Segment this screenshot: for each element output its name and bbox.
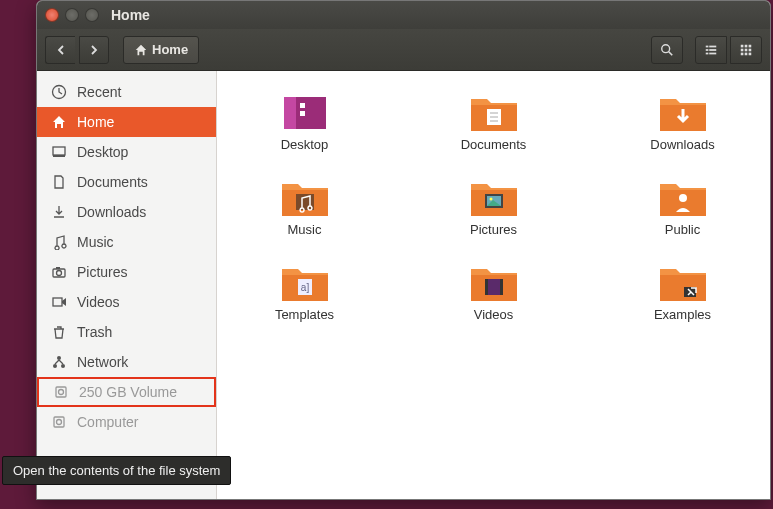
file-item-videos[interactable]: Videos: [414, 259, 573, 322]
svg-point-30: [57, 420, 62, 425]
sidebar-item-label: Pictures: [77, 264, 128, 280]
file-label: Videos: [474, 307, 514, 322]
sidebar-item-label: Trash: [77, 324, 112, 340]
music-icon: [51, 234, 67, 250]
search-button[interactable]: [651, 36, 683, 64]
svg-point-43: [679, 194, 687, 202]
file-item-examples[interactable]: Examples: [603, 259, 762, 322]
file-label: Documents: [461, 137, 527, 152]
list-icon: [704, 43, 718, 57]
folder-icon: [467, 259, 521, 303]
svg-rect-33: [300, 103, 305, 108]
svg-point-26: [61, 364, 65, 368]
sidebar-item-label: Documents: [77, 174, 148, 190]
view-list-button[interactable]: [695, 36, 727, 64]
sidebar-item-documents[interactable]: Documents: [37, 167, 216, 197]
close-button[interactable]: [45, 8, 59, 22]
file-manager-window: Home Home RecentHomeDesktopDocumentsDown…: [36, 0, 771, 500]
maximize-button[interactable]: [85, 8, 99, 22]
svg-rect-8: [741, 44, 744, 47]
svg-rect-4: [706, 49, 709, 51]
sidebar-item-label: Home: [77, 114, 114, 130]
home-icon: [51, 114, 67, 130]
file-item-downloads[interactable]: Downloads: [603, 89, 762, 152]
svg-rect-9: [745, 44, 748, 47]
svg-rect-11: [741, 48, 744, 51]
tooltip: Open the contents of the file system: [2, 456, 231, 485]
sidebar: RecentHomeDesktopDocumentsDownloadsMusic…: [37, 71, 217, 499]
back-button[interactable]: [45, 36, 75, 64]
svg-rect-47: [485, 279, 488, 295]
sidebar-item-videos[interactable]: Videos: [37, 287, 216, 317]
svg-rect-16: [749, 52, 752, 55]
svg-point-28: [59, 390, 64, 395]
svg-rect-48: [500, 279, 503, 295]
svg-rect-15: [745, 52, 748, 55]
minimize-button[interactable]: [65, 8, 79, 22]
window-title: Home: [111, 7, 150, 23]
sidebar-item-recent[interactable]: Recent: [37, 77, 216, 107]
file-item-documents[interactable]: Documents: [414, 89, 573, 152]
svg-rect-29: [54, 417, 64, 427]
svg-rect-2: [706, 45, 709, 47]
file-item-pictures[interactable]: Pictures: [414, 174, 573, 237]
sidebar-item-computer[interactable]: Computer: [37, 407, 216, 437]
file-label: Desktop: [281, 137, 329, 152]
sidebar-item-desktop[interactable]: Desktop: [37, 137, 216, 167]
svg-rect-6: [706, 52, 709, 54]
svg-rect-27: [56, 387, 66, 397]
svg-rect-12: [745, 48, 748, 51]
svg-point-21: [57, 271, 62, 276]
sidebar-item-home[interactable]: Home: [37, 107, 216, 137]
svg-text:a]: a]: [300, 282, 309, 293]
sidebar-item-label: Videos: [77, 294, 120, 310]
sidebar-item-music[interactable]: Music: [37, 227, 216, 257]
grid-icon: [739, 43, 753, 57]
view-grid-button[interactable]: [730, 36, 762, 64]
sidebar-item-pictures[interactable]: Pictures: [37, 257, 216, 287]
file-label: Pictures: [470, 222, 517, 237]
forward-button[interactable]: [79, 36, 109, 64]
folder-icon: [656, 174, 710, 218]
sidebar-item-label: Music: [77, 234, 114, 250]
chevron-right-icon: [89, 45, 99, 55]
file-item-templates[interactable]: a]Templates: [225, 259, 384, 322]
search-icon: [660, 43, 674, 57]
svg-rect-14: [741, 52, 744, 55]
svg-rect-32: [284, 97, 296, 129]
svg-rect-18: [53, 147, 65, 155]
sidebar-item-network[interactable]: Network: [37, 347, 216, 377]
download-icon: [51, 204, 67, 220]
file-label: Downloads: [650, 137, 714, 152]
file-item-desktop[interactable]: Desktop: [225, 89, 384, 152]
sidebar-item-label: Desktop: [77, 144, 128, 160]
sidebar-item-label: Downloads: [77, 204, 146, 220]
sidebar-item-label: Recent: [77, 84, 121, 100]
network-icon: [51, 354, 67, 370]
trash-icon: [51, 324, 67, 340]
sidebar-item-250-gb-volume[interactable]: 250 GB Volume: [37, 377, 216, 407]
svg-rect-3: [709, 45, 716, 47]
breadcrumb-home[interactable]: Home: [123, 36, 199, 64]
sidebar-item-trash[interactable]: Trash: [37, 317, 216, 347]
folder-icon: a]: [278, 259, 332, 303]
clock-icon: [51, 84, 67, 100]
file-item-music[interactable]: Music: [225, 174, 384, 237]
folder-icon: [656, 89, 710, 133]
sidebar-item-downloads[interactable]: Downloads: [37, 197, 216, 227]
breadcrumb-label: Home: [152, 42, 188, 57]
camera-icon: [51, 264, 67, 280]
chevron-left-icon: [56, 45, 66, 55]
svg-point-24: [57, 356, 61, 360]
disk-icon: [51, 414, 67, 430]
svg-point-25: [53, 364, 57, 368]
disk-icon: [53, 384, 69, 400]
svg-rect-5: [709, 49, 716, 51]
folder-icon: [467, 89, 521, 133]
svg-rect-10: [749, 44, 752, 47]
svg-rect-19: [53, 155, 65, 157]
file-label: Templates: [275, 307, 334, 322]
folder-icon: [467, 174, 521, 218]
video-icon: [51, 294, 67, 310]
file-item-public[interactable]: Public: [603, 174, 762, 237]
